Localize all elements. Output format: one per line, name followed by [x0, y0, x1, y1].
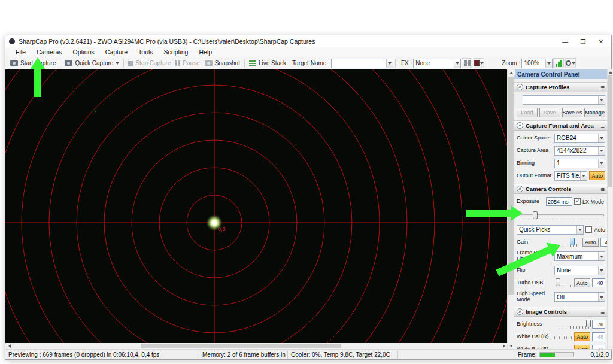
chevron-down-icon[interactable] — [598, 293, 605, 301]
panel-scrollbar[interactable] — [607, 69, 612, 349]
colour-picker-button[interactable] — [565, 58, 576, 68]
collapse-icon[interactable] — [517, 308, 523, 315]
menu-scripting[interactable]: Scripting — [159, 48, 194, 56]
section-menu-icon[interactable] — [601, 122, 605, 129]
turbo-usb-slider-thumb[interactable] — [556, 278, 560, 286]
quick-picks-value: Quick Picks — [517, 226, 576, 233]
gain-slider[interactable] — [554, 237, 581, 247]
section-menu-icon[interactable] — [601, 84, 605, 91]
chevron-down-icon[interactable] — [598, 252, 605, 260]
section-menu-icon[interactable] — [601, 186, 605, 193]
zoom-select[interactable]: 100% — [521, 59, 553, 68]
chevron-down-icon[interactable] — [580, 172, 587, 180]
exposure-slider-thumb[interactable] — [533, 211, 538, 219]
chevron-down-icon[interactable] — [598, 96, 605, 104]
manage-profiles-button[interactable]: Manage — [584, 108, 605, 117]
close-button[interactable]: ✕ — [592, 38, 610, 45]
stop-capture-button[interactable]: Stop Capture — [126, 58, 173, 69]
quick-capture-button[interactable]: Quick Capture — [62, 58, 122, 69]
exposure-slider[interactable] — [517, 211, 605, 221]
chevron-down-icon[interactable] — [598, 159, 605, 168]
flip-select[interactable]: None — [554, 266, 605, 275]
section-menu-icon[interactable] — [601, 308, 605, 316]
output-format-select[interactable]: FITS file... — [554, 171, 587, 181]
start-capture-button[interactable]: Start Capture — [8, 58, 58, 69]
preview-image[interactable]: 0,0 — [5, 69, 507, 343]
maximize-button[interactable]: ❐ — [574, 38, 592, 45]
menu-capture[interactable]: Capture — [100, 48, 133, 56]
capture-area-select[interactable]: 4144x2822 — [554, 146, 605, 156]
chevron-down-icon[interactable] — [598, 266, 605, 275]
menu-tools[interactable]: Tools — [133, 48, 159, 56]
menu-cameras[interactable]: Cameras — [31, 48, 68, 56]
load-profile-button[interactable]: Load — [517, 108, 538, 117]
exposure-auto-checkbox[interactable] — [585, 226, 592, 233]
chevron-down-icon[interactable] — [386, 59, 393, 68]
menu-options[interactable]: Options — [68, 48, 100, 56]
turbo-usb-slider[interactable] — [554, 278, 572, 288]
save-profile-button[interactable]: Save — [539, 108, 560, 117]
horizontal-scrollbar[interactable] — [5, 343, 507, 349]
brightness-value-field[interactable]: 78 — [592, 320, 605, 329]
target-name-input[interactable] — [331, 59, 393, 68]
collapse-icon[interactable] — [517, 122, 523, 129]
section-capture-profiles[interactable]: Capture Profiles — [514, 82, 607, 92]
section-camera-controls[interactable]: Camera Controls — [514, 184, 607, 194]
chevron-down-icon[interactable] — [598, 147, 605, 155]
quick-picks-select[interactable]: Quick Picks — [517, 225, 584, 235]
menu-help[interactable]: Help — [193, 48, 217, 56]
image-viewport[interactable]: 0,0 — [5, 69, 507, 349]
frame-rate-limit-value: Maximum — [555, 253, 598, 260]
white-bal-r-slider[interactable] — [554, 336, 572, 339]
turbo-usb-auto-button[interactable]: Auto — [574, 278, 590, 287]
output-format-label: Output Format — [517, 173, 553, 179]
minimize-button[interactable]: — — [556, 38, 574, 45]
white-bal-b-value-field[interactable]: 48 — [592, 345, 605, 349]
gain-auto-button[interactable]: Auto — [582, 238, 599, 247]
output-format-auto-button[interactable]: Auto — [589, 171, 605, 180]
colour-space-select[interactable]: RGB24 — [554, 134, 605, 143]
white-bal-b-auto-button[interactable]: Auto — [574, 345, 590, 349]
chevron-down-icon[interactable] — [454, 59, 460, 68]
reticle-colour-button[interactable] — [474, 58, 484, 68]
vertical-scrollbar[interactable] — [507, 69, 514, 349]
brightness-slider-thumb[interactable] — [586, 320, 591, 327]
scroll-down-icon[interactable] — [508, 343, 515, 349]
chevron-down-icon[interactable] — [576, 226, 583, 234]
section-capture-format[interactable]: Capture Format and Area — [514, 120, 607, 131]
binning-select[interactable]: 1 — [554, 159, 605, 168]
white-bal-r-auto-button[interactable]: Auto — [574, 332, 590, 341]
white-bal-r-value-field[interactable]: 48 — [592, 332, 605, 341]
profile-select[interactable] — [523, 95, 605, 105]
collapse-icon[interactable] — [517, 84, 523, 90]
snapshot-button[interactable]: Snapshot — [202, 58, 242, 69]
frame-rate-limit-select[interactable]: Maximum — [554, 251, 605, 261]
fx-select[interactable]: None — [413, 59, 461, 68]
gain-slider-thumb[interactable] — [570, 238, 575, 245]
exposure-value-field[interactable]: 2054 ms — [546, 197, 572, 206]
pause-button[interactable]: Pause — [173, 58, 202, 69]
section-image-controls[interactable]: Image Controls — [514, 307, 607, 317]
scroll-up-icon[interactable] — [508, 69, 515, 75]
menu-file[interactable]: File — [10, 48, 31, 56]
histogram-button[interactable] — [553, 58, 564, 68]
brightness-label: Brightness — [517, 321, 553, 327]
lx-mode-checkbox[interactable] — [574, 198, 581, 205]
panel-scroll-thumb[interactable] — [608, 75, 612, 187]
collapse-icon[interactable] — [517, 186, 523, 192]
horizontal-scroll-thumb[interactable] — [141, 344, 341, 348]
chevron-down-icon[interactable] — [545, 59, 552, 68]
grid-overlay-button[interactable] — [462, 58, 472, 68]
vertical-scroll-thumb[interactable] — [508, 77, 514, 295]
gain-value-field[interactable]: 430 — [600, 238, 607, 247]
scroll-right-icon[interactable] — [501, 343, 507, 349]
brightness-slider[interactable] — [554, 319, 590, 329]
chevron-down-icon[interactable] — [598, 134, 605, 142]
status-previewing: Previewing : 669 frames (0 dropped) in 0… — [5, 351, 199, 359]
save-as-profile-button[interactable]: Save As — [562, 108, 583, 117]
high-speed-mode-select[interactable]: Off — [554, 292, 605, 302]
turbo-usb-value-field[interactable]: 40 — [592, 278, 605, 287]
scroll-up-icon[interactable] — [608, 69, 613, 75]
scroll-left-icon[interactable] — [5, 343, 11, 349]
live-stack-button[interactable]: Live Stack — [247, 58, 289, 69]
